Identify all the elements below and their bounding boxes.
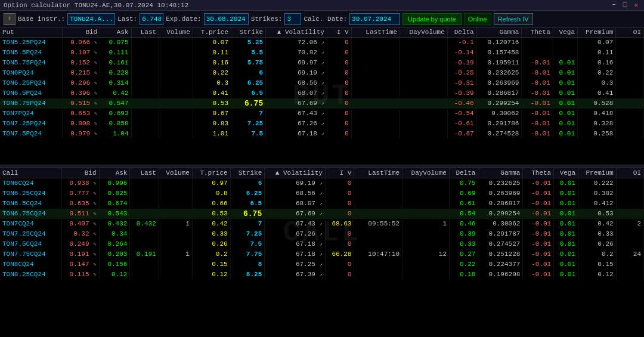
strikes-input[interactable] xyxy=(284,13,301,25)
maximize-button[interactable]: □ xyxy=(621,1,630,9)
put-bid: 0.808 ✎ xyxy=(63,119,100,129)
online-button[interactable]: Online xyxy=(464,13,491,25)
put-bid: 0.152 ✎ xyxy=(63,58,100,68)
call-ask: 0.674 xyxy=(99,199,130,209)
iv-col-header: I V xyxy=(327,27,351,38)
put-dayvol xyxy=(400,109,448,119)
minimize-button[interactable]: − xyxy=(609,1,618,9)
call-tprice-col-header: T.price xyxy=(192,168,230,178)
call-dayvol xyxy=(402,199,450,209)
put-symbol: TON5.75PQ24 xyxy=(0,58,63,68)
call-strike: 6.75 xyxy=(230,209,265,219)
put-tprice: 0.83 xyxy=(193,119,231,129)
put-volume xyxy=(159,88,193,98)
put-row: TON6.75PQ24 0.515 ✎ 0.547 0.53 6.75 67.6… xyxy=(0,98,644,109)
call-iv-col-header: I V xyxy=(325,168,354,178)
put-delta: -0.1 xyxy=(447,38,476,48)
put-oi xyxy=(616,88,644,98)
call-last: 0.191 xyxy=(130,249,159,259)
put-table: Put Bid Ask Last Volume T.price Strike ▲… xyxy=(0,27,644,139)
put-last xyxy=(131,129,159,139)
close-button[interactable]: ✕ xyxy=(631,1,640,9)
call-volatility: 68.07 ↗ xyxy=(265,199,326,209)
put-row: TON6.25PQ24 0.296 ✎ 0.314 0.3 6.25 68.56… xyxy=(0,78,644,88)
call-lasttime-col-header: LastTime xyxy=(354,168,402,178)
put-last xyxy=(131,38,159,48)
put-premium: 0.07 xyxy=(578,38,616,48)
call-theta: -0.01 xyxy=(523,219,554,229)
call-theta: -0.01 xyxy=(523,249,554,259)
call-ask: 0.825 xyxy=(99,188,130,199)
put-vega: 0.01 xyxy=(553,119,577,129)
call-volume: 1 xyxy=(159,219,192,229)
put-delta: -0.67 xyxy=(447,129,476,139)
put-dayvol xyxy=(400,119,448,129)
put-bid: 0.396 ✎ xyxy=(63,88,100,98)
put-ask: 0.314 xyxy=(100,78,131,88)
put-table-body: TON5.25PQ24 0.066 ✎ 0.075 0.07 5.25 72.0… xyxy=(0,38,644,139)
update-by-quote-button[interactable]: Update by quote xyxy=(402,13,462,25)
put-symbol: TON5.5PQ24 xyxy=(0,48,63,58)
call-iv: 0 xyxy=(325,209,354,219)
call-theta: -0.01 xyxy=(523,239,554,249)
volatility-col-header: ▲ Volatility xyxy=(266,27,327,38)
call-dayvol xyxy=(402,229,450,239)
call-col-header: Call xyxy=(0,168,62,178)
put-gamma: 0.232625 xyxy=(476,68,522,78)
put-last xyxy=(131,68,159,78)
call-volume xyxy=(159,229,192,239)
put-iv: 0 xyxy=(327,48,351,58)
put-dayvol xyxy=(400,78,448,88)
put-vega: 0.01 xyxy=(553,58,577,68)
put-row: TON7.25PQ24 0.808 ✎ 0.858 0.83 7.25 67.2… xyxy=(0,119,644,129)
put-volume xyxy=(159,119,193,129)
put-lasttime xyxy=(351,48,400,58)
call-vega: 0.01 xyxy=(554,178,578,188)
call-symbol: TON6CQ24 xyxy=(0,178,62,188)
put-vega: 0.01 xyxy=(553,88,577,98)
put-delta: -0.39 xyxy=(447,88,476,98)
last-value-input[interactable] xyxy=(140,13,163,25)
put-premium: 0.418 xyxy=(578,109,616,119)
calc-date-label: Calc. Date: xyxy=(304,16,347,23)
call-strike-col-header: Strike xyxy=(230,168,265,178)
call-gamma: 0.232625 xyxy=(478,178,523,188)
call-ask: 0.12 xyxy=(99,270,130,280)
exp-date-input[interactable] xyxy=(204,13,249,25)
refresh-iv-button[interactable]: Refresh IV xyxy=(494,13,533,25)
call-strike: 6.5 xyxy=(230,199,265,209)
call-volume xyxy=(159,188,192,199)
call-theta: -0.01 xyxy=(523,199,554,209)
put-gamma: 0.120716 xyxy=(476,38,522,48)
put-volatility: 69.97 ↗ xyxy=(266,58,327,68)
put-iv: 0 xyxy=(327,129,351,139)
put-header-row: Put Bid Ask Last Volume T.price Strike ▲… xyxy=(0,27,644,38)
put-last xyxy=(131,88,159,98)
base-instr-input[interactable] xyxy=(67,13,115,25)
put-last xyxy=(131,119,159,129)
put-theta: -0.01 xyxy=(522,68,553,78)
call-last xyxy=(130,178,159,188)
put-symbol: TON6.5PQ24 xyxy=(0,88,63,98)
call-theta: -0.01 xyxy=(523,270,554,280)
delta-col-header: Delta xyxy=(447,27,476,38)
calc-date-input[interactable] xyxy=(349,13,400,25)
put-symbol: TON7PQ24 xyxy=(0,109,63,119)
call-dayvol: 1 xyxy=(402,219,450,229)
call-gamma: 0.274527 xyxy=(478,239,523,249)
put-tprice: 0.53 xyxy=(193,98,231,109)
strike-col-header: Strike xyxy=(231,27,266,38)
call-oi xyxy=(616,199,643,209)
put-dayvol xyxy=(400,88,448,98)
put-volume xyxy=(159,129,193,139)
put-volume xyxy=(159,68,193,78)
call-delta: 0.46 xyxy=(449,219,478,229)
call-bid-col-header: Bid xyxy=(62,168,99,178)
call-dayvol: 12 xyxy=(402,249,450,259)
call-gamma: 0.196208 xyxy=(478,270,523,280)
put-volatility: 69.19 ↗ xyxy=(266,68,327,78)
call-premium: 0.42 xyxy=(578,219,617,229)
put-lasttime xyxy=(351,119,400,129)
call-gamma: 0.299254 xyxy=(478,209,523,219)
put-strike: 5.5 xyxy=(231,48,266,58)
